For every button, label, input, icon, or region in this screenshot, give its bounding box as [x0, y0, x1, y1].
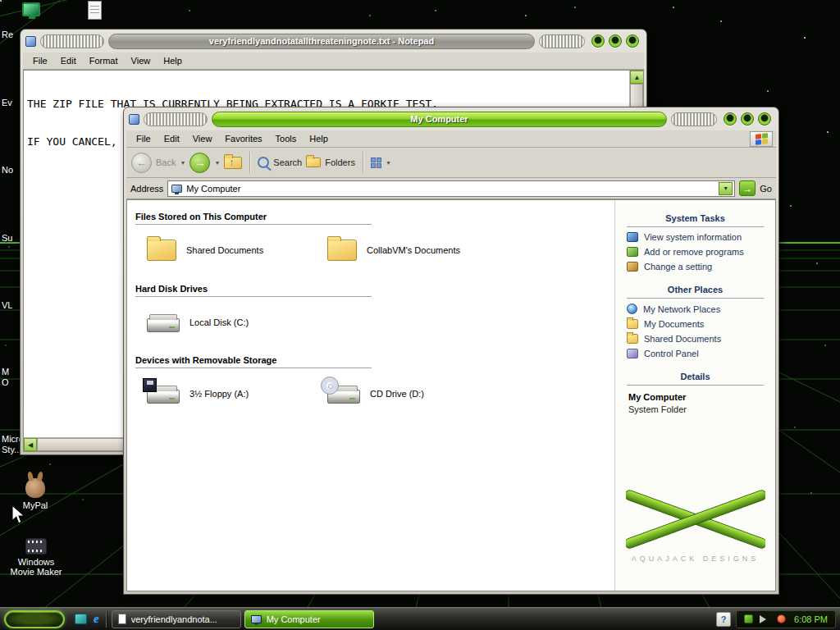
window-controls [589, 34, 641, 48]
views-dropdown-icon[interactable]: ▼ [386, 160, 391, 166]
taskbar-clock[interactable]: 6:08 PM [794, 614, 828, 624]
go-label[interactable]: Go [760, 184, 772, 194]
menu-file[interactable]: File [130, 132, 158, 145]
floppy-drive-icon [147, 390, 180, 404]
menu-help[interactable]: Help [303, 132, 335, 145]
desktop-icon-windows-movie-maker[interactable]: Windows Movie Maker [5, 538, 67, 577]
scroll-left-button[interactable]: ◀ [24, 438, 37, 451]
close-button[interactable] [758, 112, 771, 126]
maximize-button[interactable] [609, 34, 622, 48]
details-item-name: My Computer [628, 392, 762, 402]
file-item-shared-documents[interactable]: Shared Documents [147, 240, 327, 261]
file-item-floppy-a[interactable]: 3½ Floppy (A:) [147, 383, 327, 404]
my-computer-icon [171, 185, 182, 193]
taskbar-button-my-computer[interactable]: My Computer [244, 610, 374, 628]
place-link-my-network-places[interactable]: My Network Places [627, 304, 772, 314]
menu-favorites[interactable]: Favorites [218, 132, 268, 145]
notepad-title: veryfriendlyandnotatallthreateningnote.t… [108, 34, 535, 49]
show-desktop-icon[interactable] [75, 614, 87, 624]
alert-tray-icon[interactable] [777, 614, 786, 623]
address-dropdown-button[interactable]: ▼ [719, 182, 733, 195]
floppy-disk-icon [143, 378, 157, 392]
menu-format[interactable]: Format [83, 54, 125, 67]
notepad-title-text: veryfriendlyandnotatallthreateningnote.t… [209, 36, 434, 46]
desktop-icon-document[interactable] [88, 1, 102, 20]
system-tasks-heading: System Tasks [627, 213, 764, 227]
file-item-label: 3½ Floppy (A:) [189, 389, 249, 399]
folders-button[interactable]: Folders [325, 158, 355, 167]
details-panel: My Computer System Folder [628, 392, 762, 414]
go-button[interactable]: → [739, 180, 756, 196]
place-link-control-panel[interactable]: Control Panel [627, 349, 772, 358]
other-places-heading: Other Places [627, 285, 764, 299]
mypal-icon [25, 478, 45, 498]
explorer-titlebar[interactable]: My Computer [126, 110, 776, 130]
desktop-icon-monitor[interactable] [22, 2, 40, 16]
menu-edit[interactable]: Edit [54, 54, 83, 67]
mouse-cursor [11, 505, 26, 525]
file-item-local-disk-c[interactable]: Local Disk (C:) [147, 312, 327, 332]
file-item-label: CollabVM's Documents [367, 245, 460, 255]
titlebar-ridges-left [40, 34, 104, 48]
network-places-icon [627, 304, 637, 314]
xbox-x-logo [626, 487, 765, 551]
task-pane: System Tasks View system information Add… [614, 200, 775, 591]
task-link-change-a-setting[interactable]: Change a setting [627, 262, 772, 272]
search-icon[interactable] [258, 157, 269, 168]
menu-view[interactable]: View [125, 54, 158, 67]
windows-logo [750, 131, 773, 147]
file-item-cd-drive-d[interactable]: CD Drive (D:) [327, 383, 508, 404]
task-link-add-remove-programs[interactable]: Add or remove programs [627, 247, 772, 257]
maximize-button[interactable] [741, 112, 754, 126]
up-button[interactable]: ↑ [224, 157, 242, 169]
menu-help[interactable]: Help [157, 54, 189, 67]
add-remove-programs-icon [627, 247, 638, 257]
file-item-collabvm-documents[interactable]: CollabVM's Documents [327, 240, 508, 261]
titlebar-ridges-right [539, 34, 585, 48]
place-link-my-documents[interactable]: My Documents [627, 319, 772, 329]
menu-edit[interactable]: Edit [158, 132, 186, 145]
place-link-shared-documents[interactable]: Shared Documents [627, 334, 772, 344]
address-input[interactable]: My Computer ▼ [167, 180, 735, 197]
help-button[interactable]: ? [716, 612, 731, 627]
folders-icon[interactable] [306, 158, 321, 167]
close-button[interactable] [626, 34, 639, 48]
change-setting-icon [627, 262, 638, 272]
explorer-menubar: File Edit View Favorites Tools Help [126, 130, 776, 148]
menu-view[interactable]: View [186, 132, 219, 145]
internet-explorer-icon[interactable]: e [94, 613, 99, 625]
forward-button[interactable]: → [189, 153, 210, 173]
titlebar-ridges-right [671, 112, 717, 126]
section-title: Files Stored on This Computer [135, 212, 614, 221]
section-title: Devices with Removable Storage [135, 355, 614, 365]
movie-maker-icon [25, 538, 47, 555]
toolbar-separator [363, 152, 363, 173]
minimize-button[interactable] [591, 34, 605, 48]
views-icon[interactable] [371, 158, 381, 168]
explorer-title: My Computer [212, 112, 667, 127]
up-arrow-icon: ↑ [229, 156, 235, 168]
toolbar-separator [249, 152, 250, 173]
file-item-label: Shared Documents [186, 245, 263, 255]
scroll-up-button[interactable]: ▲ [630, 71, 644, 84]
notepad-titlebar[interactable]: veryfriendlyandnotatallthreateningnote.t… [23, 32, 644, 52]
quick-launch: e [75, 613, 99, 625]
desktop-icon-label: Windows Movie Maker [5, 557, 67, 577]
back-label[interactable]: Back [156, 158, 176, 167]
section-rule [135, 368, 372, 368]
menu-file[interactable]: File [26, 54, 54, 67]
volume-tray-icon[interactable] [760, 615, 770, 623]
task-link-view-system-information[interactable]: View system information [627, 232, 772, 242]
menu-tools[interactable]: Tools [269, 132, 304, 145]
back-button[interactable]: ← [131, 153, 152, 173]
file-item-label: Local Disk (C:) [189, 317, 249, 327]
notepad-window-icon [25, 36, 36, 47]
back-dropdown-icon[interactable]: ▼ [180, 160, 185, 166]
power-tray-icon[interactable] [744, 614, 753, 623]
forward-dropdown-icon[interactable]: ▼ [214, 160, 220, 166]
minimize-button[interactable] [724, 112, 737, 126]
start-button[interactable] [4, 610, 65, 628]
taskbar-button-notepad[interactable]: veryfriendlyandnota... [112, 610, 241, 628]
search-button[interactable]: Search [273, 158, 302, 167]
folder-icon [147, 240, 176, 261]
